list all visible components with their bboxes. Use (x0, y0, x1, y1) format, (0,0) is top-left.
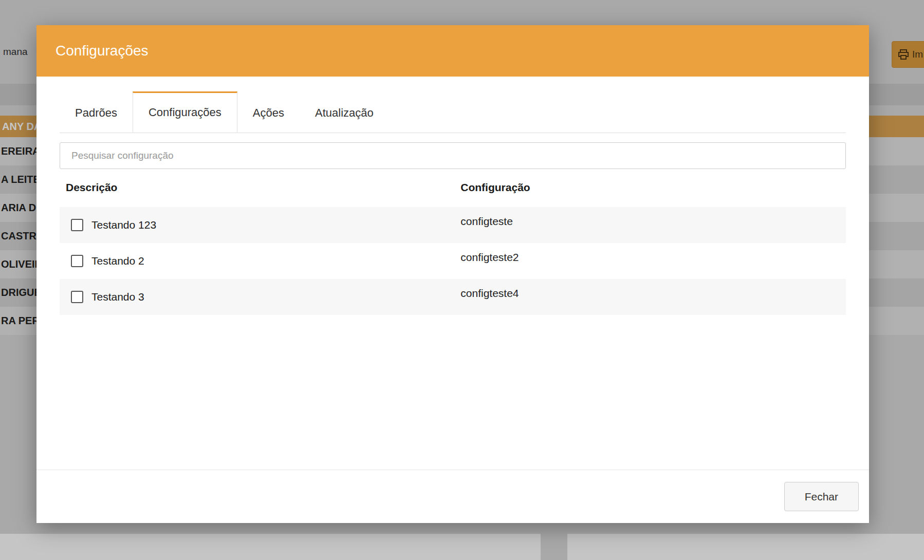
screen: mana Im ANY DA EREIRA A LEITE ARIA D CAS… (0, 0, 924, 560)
row-checkbox[interactable] (71, 291, 83, 303)
row-description: Testando 123 (91, 219, 156, 231)
description-cell: Testando 2 (60, 255, 460, 267)
search-input[interactable] (60, 142, 846, 169)
tab-atualizacao[interactable]: Atualização (300, 91, 389, 133)
modal-body-spacer (36, 315, 869, 470)
column-header-configuracao: Configuração (460, 181, 846, 194)
tab-configuracoes[interactable]: Configurações (133, 91, 237, 133)
modal-header: Configurações (36, 25, 869, 77)
row-description: Testando 2 (91, 255, 144, 267)
column-header-descricao: Descrição (60, 181, 460, 194)
description-cell: Testando 123 (60, 219, 460, 231)
description-cell: Testando 3 (60, 291, 460, 303)
modal-title: Configurações (56, 43, 149, 59)
config-cell: configteste2 (460, 243, 846, 264)
search-row (60, 142, 846, 169)
row-checkbox[interactable] (71, 219, 83, 231)
row-checkbox[interactable] (71, 255, 83, 267)
close-button[interactable]: Fechar (784, 482, 859, 511)
tab-padroes[interactable]: Padrões (60, 91, 133, 133)
table-row: Testando 3 configteste4 (60, 279, 846, 315)
configuracoes-modal: Configurações Padrões Configurações Açõe… (36, 25, 869, 523)
config-table: Descrição Configuração Testando 123 conf… (60, 169, 846, 315)
config-cell: configteste4 (460, 279, 846, 300)
config-table-header: Descrição Configuração (60, 169, 846, 207)
tab-bar: Padrões Configurações Ações Atualização (60, 91, 846, 133)
table-row: Testando 123 configteste (60, 207, 846, 243)
config-cell: configteste (460, 207, 846, 228)
table-row: Testando 2 configteste2 (60, 243, 846, 279)
modal-footer: Fechar (36, 470, 869, 523)
tab-acoes[interactable]: Ações (237, 91, 300, 133)
row-description: Testando 3 (91, 291, 144, 303)
